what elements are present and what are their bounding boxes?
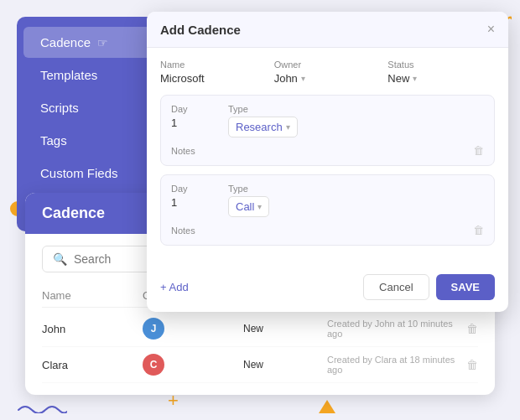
modal-close-button[interactable]: × <box>487 22 495 37</box>
notes-label-2: Notes <box>171 226 195 236</box>
name-label: Name <box>160 60 268 70</box>
modal-body: Name Microsoft Owner John ▾ Status New ▾ <box>147 48 508 266</box>
table-row: John J New Created by John at 10 minutes… <box>42 311 478 347</box>
add-cadence-modal: Add Cadence × Name Microsoft Owner John … <box>147 12 508 312</box>
row-owner: J <box>143 318 243 340</box>
owner-label: Owner <box>274 60 382 70</box>
modal-footer: + Add Cancel SAVE <box>147 266 508 312</box>
notes-row: Notes 🗑 <box>171 144 484 157</box>
col-name: Name <box>42 289 143 302</box>
owner-field: Owner John ▾ <box>274 60 382 85</box>
sidebar-item-custom-fieds[interactable]: Custom Fieds <box>23 158 157 189</box>
status-field: Status New ▾ <box>387 60 495 85</box>
modal-title: Add Cadence <box>160 23 241 37</box>
delete-section-button[interactable]: 🗑 <box>473 144 484 157</box>
type-col: Type Call ▾ <box>228 184 484 217</box>
sidebar-item-templates[interactable]: Templates <box>23 60 157 91</box>
type-label: Type <box>228 104 484 114</box>
cadence-panel-title: Cadence <box>42 205 105 222</box>
status-value[interactable]: New ▾ <box>387 72 495 85</box>
name-field: Name Microsoft <box>160 60 268 85</box>
day-label: Day <box>171 184 221 194</box>
chevron-down-icon: ▾ <box>286 122 290 132</box>
notes-row-2: Notes 🗑 <box>171 224 484 236</box>
type-select-1[interactable]: Research ▾ <box>228 117 298 137</box>
delete-section-button-2[interactable]: 🗑 <box>473 224 484 236</box>
row-meta: Created by Clara at 18 minutes ago <box>327 355 466 375</box>
modal-fields-row: Name Microsoft Owner John ▾ Status New ▾ <box>160 60 495 85</box>
day-type-section-1: Day 1 Type Research ▾ Notes 🗑 <box>160 95 495 166</box>
cancel-button[interactable]: Cancel <box>363 274 429 300</box>
sidebar-item-scripts[interactable]: Scripts <box>23 92 157 123</box>
triangle-decoration <box>319 400 335 413</box>
search-icon: 🔍 <box>53 252 67 266</box>
sidebar-item-cadence[interactable]: Cadence ☞ <box>23 27 157 58</box>
delete-row-button[interactable]: 🗑 <box>466 358 478 371</box>
day-col: Day 1 <box>171 104 221 137</box>
day-col: Day 1 <box>171 184 221 217</box>
add-link[interactable]: + Add <box>160 281 189 293</box>
modal-header: Add Cadence × <box>147 12 508 48</box>
save-button[interactable]: SAVE <box>436 274 495 300</box>
row-name: Clara <box>42 359 143 371</box>
day-value: 1 <box>171 196 221 209</box>
avatar: J <box>143 318 164 340</box>
day-value: 1 <box>171 117 221 129</box>
type-value: Research <box>236 121 283 133</box>
row-status: New <box>243 359 327 371</box>
chevron-down-icon: ▾ <box>301 74 305 83</box>
day-type-row: Day 1 Type Call ▾ <box>171 184 484 217</box>
row-status: New <box>243 323 327 334</box>
name-value: Microsoft <box>160 72 268 85</box>
chevron-down-icon: ▾ <box>413 74 417 83</box>
delete-row-button[interactable]: 🗑 <box>466 322 478 335</box>
owner-value[interactable]: John ▾ <box>274 72 382 85</box>
row-owner: C <box>143 354 243 376</box>
wave-decoration <box>17 402 67 413</box>
cursor-icon: ☞ <box>97 36 108 49</box>
footer-buttons: Cancel SAVE <box>363 274 495 300</box>
row-name: John <box>42 323 143 335</box>
avatar: C <box>143 354 164 376</box>
sidebar-item-tags[interactable]: Tags <box>23 125 157 156</box>
notes-label: Notes <box>171 146 195 156</box>
type-label: Type <box>228 184 484 194</box>
day-type-row: Day 1 Type Research ▾ <box>171 104 484 137</box>
type-col: Type Research ▾ <box>228 104 484 137</box>
chevron-down-icon: ▾ <box>257 202 262 211</box>
day-type-section-2: Day 1 Type Call ▾ Notes 🗑 <box>160 174 495 246</box>
row-meta: Created by John at 10 minutes ago <box>327 319 466 339</box>
type-select-2[interactable]: Call ▾ <box>228 196 269 217</box>
type-value: Call <box>236 200 254 213</box>
day-label: Day <box>171 104 221 114</box>
status-label: Status <box>387 60 495 70</box>
table-row: Clara C New Created by Clara at 18 minut… <box>42 347 478 383</box>
